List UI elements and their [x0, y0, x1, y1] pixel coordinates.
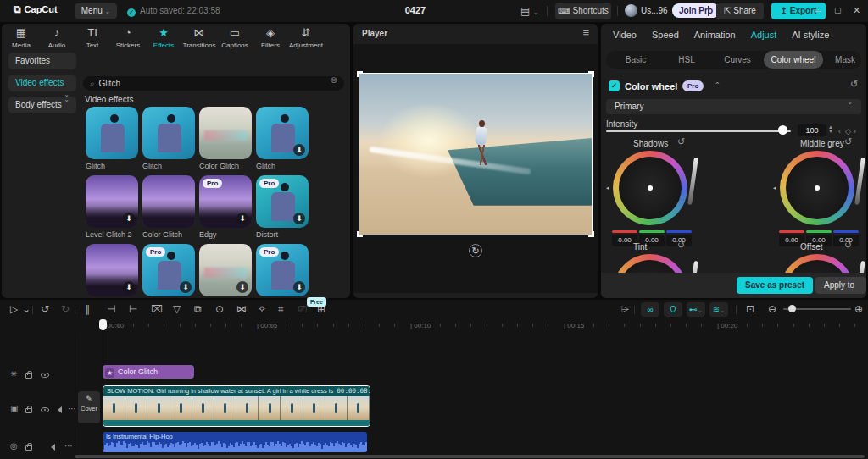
track-magnet-icon[interactable]: ⊷⌄ — [687, 302, 705, 317]
effect-card[interactable]: Pro⬇Fuzzy — [142, 244, 195, 298]
effect-thumbnail[interactable]: ⬇ — [86, 244, 138, 296]
effect-thumbnail[interactable]: Pro⬇ — [142, 244, 195, 296]
wheel-center-dot[interactable] — [648, 185, 653, 191]
tab-video[interactable]: Video — [613, 30, 637, 40]
intensity-value[interactable]: 100 — [798, 124, 826, 136]
effect-thumbnail[interactable]: Pro⬇ — [256, 175, 309, 228]
mirror-icon[interactable]: ⋈ — [236, 304, 247, 314]
avatar[interactable] — [625, 4, 637, 17]
subtab-curves[interactable]: Curves — [716, 51, 759, 69]
effect-thumbnail[interactable]: Pro⬇ — [199, 175, 252, 228]
overlay-icon[interactable]: ⧉ — [194, 304, 202, 314]
reset-icon[interactable]: ↺ — [844, 241, 852, 250]
eye-icon[interactable] — [41, 407, 49, 412]
search-input[interactable] — [97, 78, 317, 89]
split-left-icon[interactable]: ⊣ — [107, 304, 115, 314]
magnet-icon[interactable]: Ω — [664, 302, 682, 317]
effect-card[interactable]: Pro⬇Distort — [256, 175, 309, 239]
tab-effects[interactable]: ★Effects — [146, 27, 181, 53]
effect-thumbnail[interactable] — [199, 107, 252, 159]
minimize-button[interactable]: – — [815, 5, 821, 15]
effect-card[interactable]: Pro⬇Edgy — [199, 175, 252, 239]
cover-button[interactable]: ✎ Cover — [78, 391, 100, 423]
tab-animation[interactable]: Animation — [694, 30, 736, 40]
effect-card[interactable]: Pro⬇Bad TV — [256, 244, 309, 298]
color-wheel-shadows[interactable]: ◂▸ — [613, 151, 687, 225]
download-icon[interactable]: ⬇ — [236, 213, 248, 224]
search-bar[interactable]: ⌕ ⊗ — [83, 76, 344, 91]
horizontal-scrollbar[interactable] — [75, 455, 865, 458]
download-icon[interactable]: ⬇ — [293, 281, 305, 293]
effect-thumbnail[interactable] — [142, 175, 195, 228]
tab-filters[interactable]: ◈Filters — [253, 27, 288, 53]
mic-icon[interactable]: ⌲ — [621, 304, 629, 314]
delete-icon[interactable]: ⌧ — [151, 304, 163, 314]
user-name[interactable]: Us...96 — [641, 6, 668, 15]
playhead-line[interactable] — [103, 320, 103, 454]
subtab-color-wheel[interactable]: Color wheel — [764, 51, 823, 69]
effect-card[interactable]: ⬇Color Glitch 2 — [199, 244, 252, 298]
wheel-arrow-left[interactable]: ◂ — [773, 185, 776, 191]
reset-icon[interactable]: ↺ — [677, 137, 685, 147]
tab-speed[interactable]: Speed — [652, 30, 679, 40]
video-clip[interactable]: SLOW MOTION. Girl running in shallow wat… — [103, 385, 370, 427]
effect-thumbnail[interactable] — [142, 107, 195, 159]
preview-axis-icon[interactable]: ⊡ — [746, 304, 754, 314]
video-track-icon[interactable]: ▣ — [10, 405, 18, 413]
selection-handle[interactable] — [588, 231, 594, 237]
tab-adjustment[interactable]: ⇵Adjustment — [288, 27, 324, 53]
reset-icon[interactable]: ↺ — [677, 241, 685, 250]
wheel-center-dot[interactable] — [815, 185, 820, 191]
speaker-icon[interactable] — [54, 406, 62, 413]
zoom-slider-knob[interactable] — [788, 305, 796, 312]
more-icon[interactable]: ⋯ — [64, 442, 73, 451]
category-video-effects[interactable]: Video effects⌄ — [8, 75, 76, 91]
keyframe-icon[interactable]: ◇ — [845, 127, 851, 135]
download-icon[interactable]: ⬇ — [236, 281, 248, 293]
wheel-arrow-left[interactable]: ◂ — [606, 185, 609, 191]
download-icon[interactable]: ⬇ — [293, 213, 305, 224]
download-icon[interactable]: ⬇ — [293, 144, 305, 156]
luminance-slider[interactable] — [854, 158, 865, 205]
tab-text[interactable]: TIText — [75, 27, 110, 53]
timeline-ruler[interactable]: | 00:00| 00:05| 00:10| 00:15| 00:20 — [0, 320, 868, 333]
speaker-icon[interactable] — [47, 444, 55, 451]
tab-adjust[interactable]: Adjust — [751, 30, 777, 40]
tab-media[interactable]: ▦Media — [3, 27, 39, 53]
chevron-down-icon[interactable]: ⌄ — [22, 304, 31, 314]
share-button[interactable]: ⇱ Share — [716, 3, 764, 19]
mask-icon[interactable]: ▽ — [173, 304, 181, 314]
effect-card[interactable]: Glitch — [86, 107, 138, 170]
lock-icon[interactable] — [25, 445, 32, 451]
tab-captions[interactable]: ▭Captions — [217, 27, 253, 53]
menu-button[interactable]: Menu ⌄ — [75, 3, 117, 19]
intensity-slider-knob[interactable] — [778, 125, 787, 135]
shortcuts-button[interactable]: ⌨ Shortcuts — [555, 3, 611, 19]
effect-thumbnail[interactable]: ⬇ — [86, 175, 138, 228]
selection-handle[interactable] — [588, 71, 594, 77]
hamburger-icon[interactable]: ≡ — [582, 27, 589, 38]
speed-icon[interactable]: ⊙ — [215, 304, 224, 314]
split-right-icon[interactable]: ⊢ — [129, 304, 137, 314]
collapse-chevron-icon[interactable]: ⌃ — [715, 82, 721, 89]
effect-thumbnail[interactable]: Pro⬇ — [256, 244, 309, 296]
stepper-icon[interactable]: ▲▼ — [828, 125, 833, 134]
subtab-hsl[interactable]: HSL — [665, 51, 708, 69]
selection-handle[interactable] — [357, 231, 363, 237]
more-icon[interactable]: ⋯ — [68, 405, 76, 413]
redo-icon[interactable]: ↻ — [61, 304, 70, 314]
crop-icon[interactable]: ⌗ — [278, 304, 284, 314]
playhead-head[interactable] — [99, 319, 107, 330]
effect-clip[interactable]: ★Color Glitch — [103, 365, 194, 379]
category-body-effects[interactable]: Body effects⌄ — [8, 97, 76, 113]
maximize-button[interactable]: ▢ — [834, 6, 842, 14]
category-favorites[interactable]: Favorites — [8, 53, 76, 69]
audio-track-icon[interactable]: ◎ — [10, 442, 18, 451]
rotate-handle-icon[interactable]: ↻ — [469, 244, 482, 257]
subtab-mask[interactable]: Mask — [828, 51, 862, 69]
effect-thumbnail[interactable] — [86, 107, 138, 159]
tab-ai-stylize[interactable]: AI stylize — [792, 30, 829, 40]
reset-icon[interactable]: ↺ — [844, 137, 852, 147]
effect-thumbnail[interactable]: ⬇ — [199, 244, 252, 296]
clear-icon[interactable]: ⊗ — [331, 76, 337, 85]
